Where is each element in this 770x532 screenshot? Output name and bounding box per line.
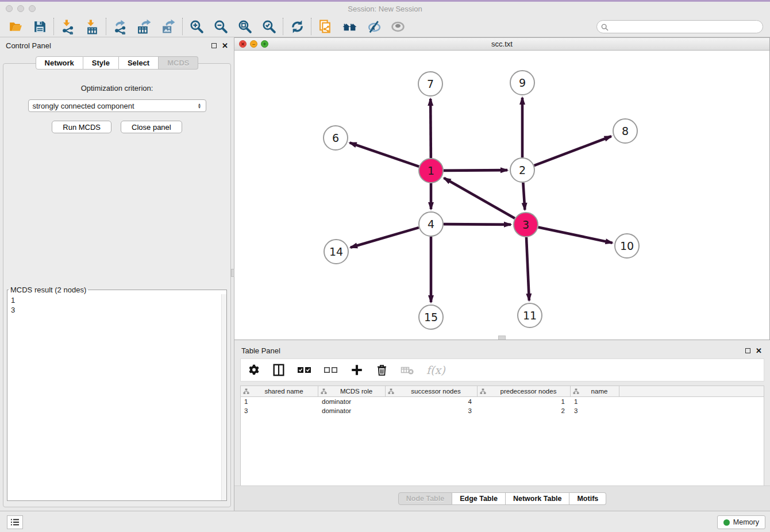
column-header-shared-name[interactable]: shared name (241, 386, 318, 396)
select-all-columns-icon[interactable] (297, 365, 312, 375)
zoom-fit-icon[interactable] (236, 18, 253, 35)
graph-node-7[interactable]: 7 (418, 72, 442, 96)
graph-node-3[interactable]: 3 (514, 213, 538, 237)
optimization-criterion-select[interactable]: strongly connected component ▲▼ (28, 99, 206, 112)
create-column-plus-icon[interactable] (350, 363, 364, 377)
close-window-icon[interactable] (6, 5, 13, 12)
table-tab-network-table[interactable]: Network Table (506, 492, 570, 505)
graph-node-1[interactable]: 1 (419, 159, 443, 183)
import-table-icon[interactable] (83, 18, 101, 35)
table-row[interactable]: 1dominator411 (241, 397, 764, 406)
graph-edge-4-14[interactable] (351, 228, 419, 248)
graph-node-8[interactable]: 8 (613, 119, 637, 143)
graph-edge-4-3[interactable] (444, 224, 511, 225)
graph-edge-3-11[interactable] (526, 237, 529, 300)
close-panel-button[interactable]: Close panel (121, 121, 182, 133)
graph-node-10[interactable]: 10 (615, 234, 639, 258)
network-maximize-icon[interactable]: + (261, 40, 268, 48)
delete-column-trash-icon[interactable] (375, 364, 388, 377)
svg-text:4: 4 (428, 218, 434, 230)
svg-text:11: 11 (523, 309, 537, 322)
table-cell: 3 (386, 407, 478, 414)
table-tabs: Node TableEdge TableNetwork TableMotifs (398, 492, 607, 505)
graph-node-6[interactable]: 6 (324, 126, 348, 150)
zoom-out-icon[interactable] (212, 18, 229, 35)
search-input[interactable] (596, 20, 763, 33)
task-history-list-icon[interactable] (7, 515, 23, 529)
show-hidden-icon[interactable] (389, 18, 406, 35)
control-panel-title: Control Panel (6, 41, 51, 50)
table-row[interactable]: 3dominator323 (241, 406, 764, 415)
minimize-window-icon[interactable] (17, 5, 24, 12)
graph-edge-3-1[interactable] (444, 178, 515, 218)
tab-style[interactable]: Style (83, 56, 119, 70)
table-tab-node-table[interactable]: Node Table (398, 492, 452, 505)
open-session-icon[interactable] (7, 18, 24, 35)
zoom-in-icon[interactable] (188, 18, 205, 35)
show-all-nodes-icon[interactable] (341, 18, 358, 35)
column-panel-icon[interactable] (272, 363, 286, 377)
network-minimize-icon[interactable]: – (250, 40, 257, 48)
column-header-name[interactable]: name (571, 386, 619, 396)
table-cell: 1 (478, 398, 571, 405)
table-panel-footer: Node TableEdge TableNetwork TableMotifs (234, 485, 770, 511)
column-header-predecessor-nodes[interactable]: predecessor nodes (478, 386, 571, 396)
tab-select[interactable]: Select (119, 56, 159, 70)
export-network-icon[interactable] (111, 18, 129, 35)
column-header-MCDS-role[interactable]: MCDS role (318, 386, 386, 396)
table-tab-edge-table[interactable]: Edge Table (452, 492, 506, 505)
table-panel: Table Panel ✕ (234, 344, 770, 511)
result-scrollbar[interactable] (221, 294, 226, 500)
duplicate-network-icon[interactable] (317, 18, 334, 35)
tab-network[interactable]: Network (36, 56, 83, 70)
close-table-panel-icon[interactable]: ✕ (756, 348, 762, 353)
graph-edge-1-7[interactable] (430, 99, 431, 158)
tab-mcds[interactable]: MCDS (159, 56, 198, 70)
save-session-icon[interactable] (31, 18, 48, 35)
graph-node-4[interactable]: 4 (419, 212, 443, 236)
export-image-icon[interactable] (160, 18, 177, 35)
toolbar-separator (182, 18, 183, 35)
table-settings-gear-icon[interactable] (248, 364, 260, 376)
panel-splitter-handle[interactable] (231, 269, 234, 277)
svg-text:7: 7 (427, 78, 434, 90)
graph-node-15[interactable]: 15 (419, 305, 443, 329)
svg-text:1: 1 (428, 164, 434, 177)
graph-edge-2-8[interactable] (534, 136, 611, 165)
window-title: Session: New Session (0, 5, 770, 13)
control-panel-tabs: NetworkStyleSelectMCDS (0, 56, 234, 70)
graph-edge-3-10[interactable] (538, 228, 613, 243)
memory-button[interactable]: Memory (717, 515, 765, 529)
graph-edge-2-3[interactable] (523, 183, 525, 210)
window-controls (6, 5, 36, 12)
import-network-icon[interactable] (59, 18, 76, 35)
graph-edge-1-2[interactable] (444, 170, 507, 171)
deselect-all-columns-icon[interactable] (324, 365, 338, 375)
canvas-splitter-handle[interactable] (498, 336, 506, 340)
zoom-window-icon[interactable] (29, 5, 36, 12)
run-mcds-button[interactable]: Run MCDS (52, 121, 111, 133)
network-canvas[interactable]: 7968124314101511 (234, 51, 769, 340)
hide-selected-icon[interactable] (365, 18, 382, 35)
float-table-panel-icon[interactable] (745, 348, 750, 353)
graph-edge-1-6[interactable] (350, 142, 419, 166)
graph-node-9[interactable]: 9 (510, 71, 534, 95)
float-panel-icon[interactable] (211, 43, 217, 48)
mcds-result-title: MCDS result (2 nodes) (9, 286, 88, 294)
network-close-icon[interactable]: ✕ (239, 40, 247, 48)
toolbar-separator (53, 18, 54, 35)
zoom-selected-icon[interactable] (260, 18, 278, 35)
search-icon (601, 23, 609, 33)
node-table[interactable]: shared nameMCDS rolesuccessor nodesprede… (240, 385, 764, 488)
close-panel-icon[interactable]: ✕ (222, 43, 228, 48)
column-header-successor-nodes[interactable]: successor nodes (386, 386, 478, 396)
toolbar-separator (283, 18, 283, 35)
table-tab-motifs[interactable]: Motifs (569, 492, 606, 505)
table-panel-title: Table Panel (241, 346, 280, 355)
graph-node-14[interactable]: 14 (324, 240, 348, 264)
memory-label: Memory (733, 518, 759, 526)
apply-layout-icon[interactable] (288, 18, 306, 35)
export-table-icon[interactable] (136, 18, 153, 35)
graph-node-11[interactable]: 11 (518, 303, 542, 327)
graph-node-2[interactable]: 2 (510, 158, 534, 182)
